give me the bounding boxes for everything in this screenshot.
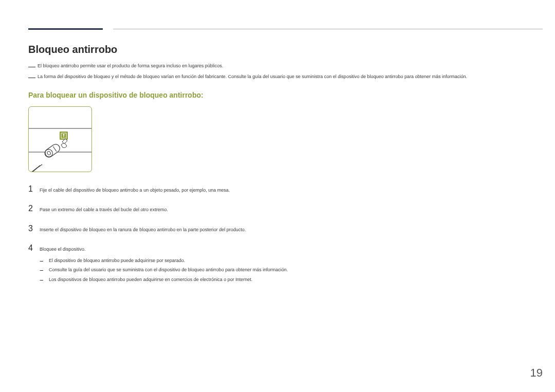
dash-icon: ‒	[40, 267, 44, 275]
step-text: Bloquee el dispositivo.	[40, 246, 86, 253]
sub-note-3: ‒ Los dispositivos de bloqueo antirrobo …	[40, 276, 543, 285]
thin-rule	[113, 29, 543, 29]
step-number: 2	[28, 204, 40, 213]
step-3: 3 Inserte el dispositivo de bloqueo en l…	[28, 224, 543, 234]
step-text: Inserte el dispositivo de bloqueo en la …	[40, 227, 246, 234]
sub-note-text: El dispositivo de bloqueo antirrobo pued…	[49, 257, 185, 264]
dash-icon: ―	[28, 63, 35, 70]
dash-icon: ‒	[40, 276, 44, 285]
sub-note-1: ‒ El dispositivo de bloqueo antirrobo pu…	[40, 257, 543, 266]
header-note-2: ― La forma del dispositivo de bloqueo y …	[28, 73, 543, 81]
step-number: 3	[28, 224, 40, 233]
sub-note-2: ‒ Consulte la guía del usuario que se su…	[40, 267, 543, 275]
step-2: 2 Pase un extremo del cable a través del…	[28, 204, 543, 214]
header-note-1: ― El bloqueo antirrobo permite usar el p…	[28, 63, 543, 70]
sub-note-text: Consulte la guía del usuario que se sumi…	[49, 267, 288, 273]
step-1: 1 Fije el cable del dispositivo de bloqu…	[28, 184, 543, 194]
note-text: El bloqueo antirrobo permite usar el pro…	[38, 63, 223, 69]
dash-icon: ‒	[40, 257, 44, 266]
section-heading: Bloqueo antirrobo	[28, 44, 543, 55]
accent-bar	[28, 28, 103, 30]
lock-diagram-svg	[29, 107, 92, 172]
sub-heading: Para bloquear un dispositivo de bloqueo …	[28, 91, 543, 99]
dash-icon: ―	[28, 73, 35, 81]
lock-diagram	[28, 106, 92, 172]
step-number: 4	[28, 244, 40, 253]
page-number: 19	[530, 366, 543, 380]
step-text: Pase un extremo del cable a través del b…	[40, 207, 168, 214]
sub-note-text: Los dispositivos de bloqueo antirrobo pu…	[49, 276, 252, 283]
step-text: Fije el cable del dispositivo de bloqueo…	[40, 187, 230, 194]
step-4: 4 Bloquee el dispositivo.	[28, 244, 543, 253]
note-text: La forma del dispositivo de bloqueo y el…	[38, 73, 467, 80]
step-number: 1	[28, 184, 40, 194]
sub-notes: ‒ El dispositivo de bloqueo antirrobo pu…	[28, 257, 543, 285]
page-top-border	[28, 28, 543, 29]
